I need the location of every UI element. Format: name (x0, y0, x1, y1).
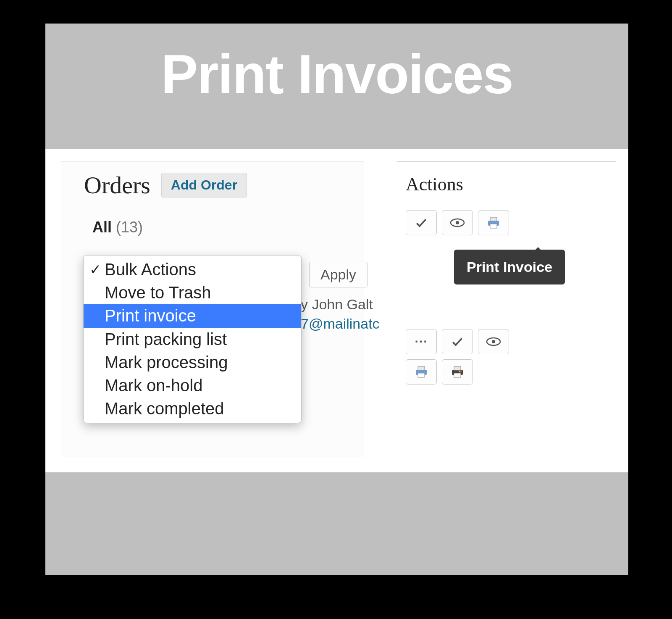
svg-point-6 (492, 340, 495, 343)
more-icon: ··· (415, 335, 428, 349)
svg-rect-8 (418, 366, 425, 370)
print-invoice-action-button[interactable] (406, 359, 437, 385)
dropdown-item-label: Bulk Actions (105, 259, 196, 280)
view-action-button[interactable] (478, 329, 509, 354)
page-title: Orders (84, 171, 150, 199)
dropdown-item-mark-completed[interactable]: Mark completed (84, 397, 301, 420)
dropdown-item-label: Print packing list (105, 329, 227, 350)
dropdown-item-move-to-trash[interactable]: Move to Trash (84, 281, 301, 304)
filter-all-link[interactable]: All (92, 219, 112, 236)
actions-box-2: ··· (397, 317, 616, 385)
orders-panel: Orders Add Order All (13) Apply ✓ Bulk A… (61, 161, 364, 458)
actions-panel: Actions (397, 161, 616, 235)
dropdown-item-label: Mark processing (105, 352, 228, 373)
dropdown-item-label: Move to Trash (105, 282, 211, 303)
dropdown-item-label: Print invoice (105, 305, 196, 327)
actions-row-2a: ··· (397, 329, 616, 354)
svg-point-14 (459, 371, 460, 372)
print-invoice-action-button[interactable] (478, 210, 509, 235)
svg-rect-11 (454, 366, 461, 370)
check-icon (451, 335, 464, 348)
svg-rect-4 (490, 224, 497, 228)
dropdown-item-mark-on-hold[interactable]: Mark on-hold (84, 374, 301, 397)
actions-title: Actions (397, 174, 616, 195)
add-order-button[interactable]: Add Order (161, 173, 247, 198)
svg-point-13 (460, 371, 462, 372)
svg-rect-9 (418, 373, 425, 377)
actions-row-2b (397, 359, 616, 385)
complete-action-button[interactable] (442, 329, 473, 354)
check-icon (415, 216, 428, 229)
svg-rect-12 (454, 373, 461, 377)
dropdown-item-mark-processing[interactable]: Mark processing (84, 351, 301, 374)
svg-point-1 (456, 221, 459, 224)
dropdown-item-print-packing-list[interactable]: Print packing list (84, 328, 301, 351)
orders-header: Orders Add Order (61, 162, 364, 199)
bulk-actions-dropdown[interactable]: ✓ Bulk Actions Move to Trash Print invoi… (83, 255, 302, 423)
printer-color-icon (450, 366, 465, 378)
complete-action-button[interactable] (406, 210, 437, 235)
dropdown-item-print-invoice[interactable]: Print invoice (84, 304, 301, 327)
filter-count: (13) (116, 219, 143, 236)
check-icon: ✓ (89, 261, 105, 279)
printer-icon (486, 216, 501, 229)
dropdown-item-label: Mark completed (105, 398, 224, 419)
view-action-button[interactable] (442, 210, 473, 235)
order-customer-name-fragment: y John Galt (301, 296, 427, 313)
dropdown-item-bulk-actions[interactable]: ✓ Bulk Actions (84, 258, 301, 281)
actions-row-1 (397, 210, 616, 235)
apply-button[interactable]: Apply (309, 262, 368, 287)
actions-box-1: Actions (397, 161, 616, 235)
print-packing-list-action-button[interactable] (442, 359, 473, 385)
promo-frame: Print Invoices Orders Add Order All (13)… (45, 24, 628, 575)
printer-icon (414, 366, 428, 378)
filter-row: All (13) (61, 199, 364, 236)
print-invoice-tooltip: Print Invoice (454, 250, 565, 284)
dropdown-item-label: Mark on-hold (105, 375, 202, 396)
eye-icon (450, 218, 465, 228)
banner-title: Print Invoices (161, 42, 513, 106)
eye-icon (486, 337, 501, 347)
banner: Print Invoices (45, 24, 628, 124)
content-area: Orders Add Order All (13) Apply ✓ Bulk A… (45, 149, 628, 472)
svg-rect-3 (490, 217, 497, 221)
more-action-button[interactable]: ··· (406, 329, 437, 354)
